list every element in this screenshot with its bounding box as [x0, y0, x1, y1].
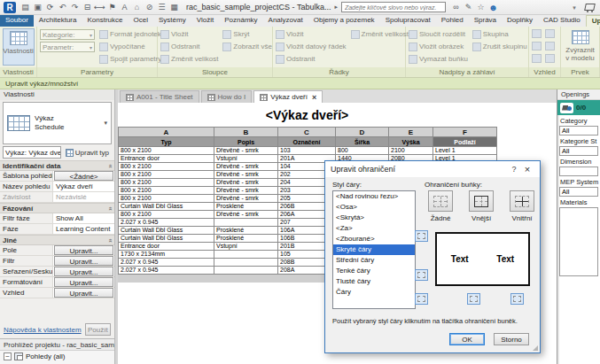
column-header[interactable]: Popis [214, 137, 278, 147]
openings-tool-icon[interactable] [560, 103, 573, 113]
right-border-button[interactable] [510, 293, 524, 305]
ribbon-button[interactable]: Vložit [160, 28, 218, 40]
ribbon-button[interactable]: Formát jednotek [99, 28, 161, 40]
line-style-option[interactable]: <Osa> [333, 202, 415, 213]
ribbon-button[interactable]: Změnit velikost [160, 53, 218, 65]
ribbon-tab[interactable]: Ocel [129, 15, 153, 27]
ribbon-button[interactable]: Skrýt [222, 28, 272, 40]
view-tab[interactable]: How do I [201, 90, 253, 103]
ribbon-tab[interactable]: Doplňky [502, 15, 538, 27]
column-letter[interactable]: E [389, 128, 433, 137]
edit-type-button[interactable]: Upravit typ [63, 146, 112, 159]
search-input[interactable] [341, 2, 446, 12]
ribbon-button[interactable]: Spojit parametry [99, 53, 161, 65]
ribbon-button[interactable]: Zobrazit vše [222, 41, 272, 52]
line-style-option[interactable]: <Nad rovinou řezu> [333, 191, 415, 202]
title-expand-icon[interactable]: ▸ [334, 4, 338, 11]
sign-in-icon[interactable]: ✎ [463, 2, 474, 13]
ribbon-tab[interactable]: Vložit [191, 15, 220, 27]
user-icon[interactable]: ☻ [487, 2, 499, 13]
revit-logo[interactable]: R [4, 2, 16, 13]
ribbon-tab[interactable]: Architektura [34, 15, 82, 27]
panel-label[interactable]: Nadpisy a záhlaví [406, 67, 528, 77]
ribbon-tab[interactable]: Upravit [586, 15, 600, 27]
group-header[interactable]: Jiné » [0, 235, 114, 245]
column-letter[interactable]: D [336, 128, 389, 137]
shading-icon[interactable] [532, 42, 542, 50]
view-tab[interactable]: A001 - Title Sheet [120, 90, 199, 103]
search-icon[interactable]: ∞ [450, 2, 462, 13]
undo-icon[interactable]: ↶ [57, 2, 68, 13]
ribbon-button[interactable]: Skupina [472, 28, 527, 40]
sync-icon[interactable]: ⟳ [44, 2, 56, 13]
dropdown-arrow-icon[interactable]: ▾ [104, 120, 107, 127]
line-style-option[interactable]: Střední čáry [333, 255, 415, 266]
line-style-option[interactable]: Tenké čáry [333, 266, 415, 276]
project-browser-header[interactable]: Prohlížeč projektu - rac_basic_sample_..… [0, 339, 114, 351]
column-header[interactable]: Podlaží [433, 137, 497, 147]
align-horizontal-icon[interactable] [545, 42, 555, 50]
column-letter[interactable]: A [119, 128, 214, 137]
line-style-option[interactable]: <Za> [333, 223, 415, 234]
ribbon-button[interactable]: Vložit datový řádek [276, 41, 347, 52]
collapse-icon[interactable]: » [105, 164, 113, 167]
align-vertical-icon[interactable] [545, 54, 555, 63]
ribbon-button[interactable]: Vymazat buňku [409, 53, 468, 65]
properties-help-link[interactable]: Nápověda k vlastnostem [4, 326, 82, 334]
close-tab-icon[interactable]: × [312, 93, 316, 102]
text-icon[interactable]: A [119, 2, 130, 13]
category-dropdown[interactable]: Kategorie: ▾ [40, 29, 95, 40]
line-style-option[interactable]: Skryté čáry [333, 244, 415, 255]
properties-button[interactable]: Vlastnosti [3, 28, 35, 66]
ribbon-tab[interactable]: Systémy [153, 15, 191, 27]
ribbon-tab[interactable]: CAD Studio [538, 15, 586, 27]
ribbon-tab[interactable]: Objemy a pozemek [308, 15, 380, 27]
inside-borders-button[interactable] [510, 190, 534, 212]
collapse-icon[interactable]: » [105, 238, 113, 242]
no-borders-button[interactable] [428, 190, 453, 212]
ribbon-tab[interactable]: Poznámky [219, 15, 262, 27]
view-selector-combo[interactable]: Výkaz: Výkaz dveří ∨ [3, 146, 61, 159]
redo-icon[interactable]: ↷ [69, 2, 81, 13]
help-icon[interactable]: ? [508, 165, 520, 174]
group-header[interactable]: Fázování » [0, 203, 114, 213]
line-style-option[interactable]: Tlusté čáry [333, 276, 415, 287]
section-icon[interactable]: ⊘ [144, 2, 155, 13]
measure-icon[interactable]: ⟷ [94, 2, 105, 13]
print-icon[interactable]: ⊟ [82, 2, 93, 13]
ribbon-tab[interactable]: Analyzovat [263, 15, 308, 27]
ribbon-button[interactable]: Změnit velikost [351, 28, 409, 40]
ribbon-tab[interactable]: Konstrukce [82, 15, 128, 27]
top-border-button[interactable] [415, 230, 428, 242]
schedule-title[interactable]: <Výkaz dveří> [118, 103, 496, 127]
ribbon-button[interactable]: Odstranit [160, 41, 218, 52]
dropdown-arrow-icon[interactable]: ▾ [571, 2, 578, 13]
ribbon-tab[interactable]: Pohled [436, 15, 469, 27]
ribbon-button[interactable]: Sloučit rozdělit [409, 28, 468, 40]
column-header[interactable]: Šířka [336, 137, 389, 147]
column-header[interactable]: Výška [389, 137, 433, 147]
group-header[interactable]: Identifikační data » [0, 160, 114, 171]
save-icon[interactable]: ▣ [32, 2, 43, 13]
view-tab[interactable]: Výkaz dveří × [253, 90, 323, 103]
ribbon-tab[interactable]: Soubor [0, 15, 34, 27]
column-header[interactable]: Označení [278, 137, 336, 147]
default-3d-view-icon[interactable]: ⌂ [131, 2, 143, 13]
open-icon[interactable]: ▤ [19, 2, 31, 13]
tree-expander-icon[interactable]: − [4, 352, 12, 360]
switch-windows-icon[interactable]: ▦ [168, 2, 180, 13]
exchange-apps-cart-icon[interactable] [582, 2, 596, 13]
left-border-button[interactable] [415, 293, 428, 305]
outside-borders-button[interactable] [469, 190, 494, 212]
type-selector[interactable]: Výkaz Schedule ▾ [3, 102, 112, 144]
schedule-row[interactable]: 800 x 2100 Dřevěné - smrk 103 800 2100 L… [119, 147, 497, 155]
highlight-in-model-button[interactable]: Zvýraznit v modelu [565, 28, 596, 66]
ribbon-button[interactable]: Vypočítané [99, 41, 161, 52]
cancel-button[interactable]: Storno [494, 333, 529, 345]
resize-grip[interactable] [533, 345, 538, 351]
tag-icon[interactable]: ⚑ [106, 2, 118, 13]
tree-item-views[interactable]: − Pohledy (all) [0, 351, 114, 360]
panel-label[interactable]: Parametry [37, 67, 157, 77]
panel-label[interactable]: Řádky [273, 67, 405, 77]
ribbon-button[interactable]: Zrušit skupinu [472, 41, 527, 52]
